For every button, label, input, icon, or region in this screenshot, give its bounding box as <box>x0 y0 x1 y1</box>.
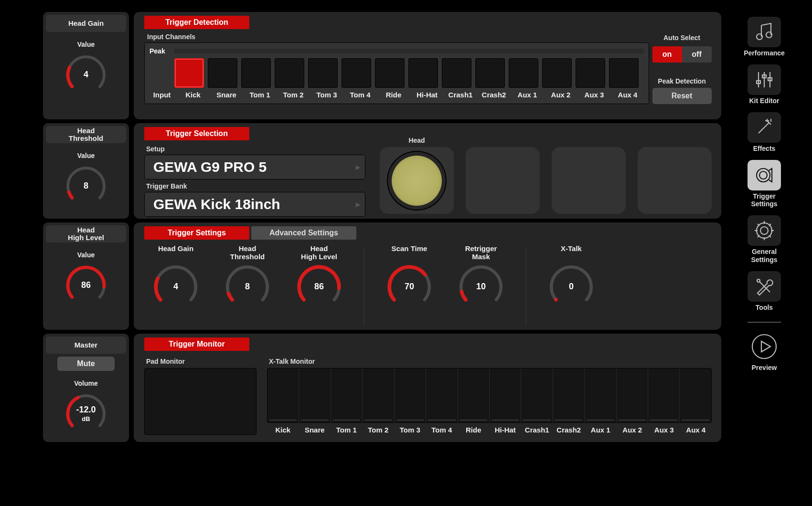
channel-label: Crash1 <box>446 91 475 99</box>
knob-label: Head High Level <box>301 244 337 261</box>
nav-preview[interactable]: Preview <box>731 331 798 371</box>
channel-cell[interactable] <box>241 58 271 88</box>
channel-label: Tom 3 <box>312 91 342 99</box>
xtalk-monitor <box>267 368 712 423</box>
xtalk-channel-label: Aux 4 <box>680 426 712 434</box>
channel-cell[interactable] <box>609 58 639 88</box>
channel-cell[interactable] <box>475 58 505 88</box>
sliders-icon <box>748 64 781 95</box>
drumhead-icon <box>392 156 442 206</box>
knob-label: Retrigger Mask <box>465 244 497 261</box>
xtalk-monitor-labels: KickSnareTom 1Tom 2Tom 3Tom 4RideHi-HatC… <box>267 426 712 434</box>
drum-trigger-icon <box>748 160 781 190</box>
channel-cell[interactable] <box>442 58 471 88</box>
channel-cell[interactable] <box>576 58 605 88</box>
mute-button[interactable]: Mute <box>57 357 115 371</box>
xtalk-channel-label: Tom 2 <box>363 426 395 434</box>
xtalk-channel-label: Crash2 <box>553 426 585 434</box>
knob-head-threshold[interactable]: 8 <box>46 162 126 210</box>
channel-label: Hi-Hat <box>412 91 442 99</box>
setup-label: Setup <box>146 145 365 153</box>
channel-cell[interactable] <box>275 58 304 88</box>
setup-select[interactable]: GEWA G9 PRO 5 ▸ <box>144 155 365 179</box>
auto-select-off[interactable]: off <box>682 46 712 63</box>
xtalk-cell <box>331 369 363 422</box>
xtalk-cell <box>363 369 394 422</box>
pad-head-label: Head <box>408 137 425 144</box>
channel-label: Snare <box>212 91 241 99</box>
channel-cell[interactable] <box>342 58 371 88</box>
peak-meter <box>174 49 644 53</box>
channel-cell[interactable] <box>375 58 405 88</box>
knob-head-gain[interactable]: 4 <box>150 261 202 313</box>
xtalk-channel-label: Crash1 <box>521 426 553 434</box>
pad-slot-empty[interactable] <box>638 147 712 214</box>
pad-slot-empty[interactable] <box>466 147 540 214</box>
xtalk-channel-label: Aux 1 <box>585 426 617 434</box>
channel-label-row: InputKickSnareTom 1Tom 2Tom 3Tom 4RideHi… <box>150 91 644 99</box>
pad-slot-empty[interactable] <box>552 147 626 214</box>
auto-select-label: Auto Select <box>663 34 700 42</box>
knob-head-gain[interactable]: 4 <box>46 51 126 99</box>
knob-label: X-Talk <box>561 244 582 261</box>
channel-cell[interactable] <box>174 58 204 88</box>
panel-title: Head High Level <box>46 225 126 242</box>
svg-point-27 <box>752 335 776 358</box>
nav-effects[interactable]: Effects <box>731 112 798 152</box>
knob-scan-time[interactable]: 70 <box>383 261 436 313</box>
knob-master-volume[interactable]: -12.0dB <box>46 390 126 438</box>
section-tab: Trigger Monitor <box>144 337 249 351</box>
tab-trigger-settings[interactable]: Trigger Settings <box>144 226 249 240</box>
knob-label: Head Threshold <box>230 244 265 261</box>
channel-cell[interactable] <box>208 58 237 88</box>
panel-trigger-monitor: Trigger Monitor Pad Monitor X-Talk Monit… <box>134 334 721 442</box>
channel-cell[interactable] <box>408 58 438 88</box>
channel-cell[interactable] <box>509 58 538 88</box>
auto-select-toggle[interactable]: on off <box>652 46 712 63</box>
svg-marker-28 <box>761 341 770 352</box>
reset-button[interactable]: Reset <box>652 88 712 104</box>
value-label: Value <box>46 41 126 48</box>
channel-label: Aux 2 <box>546 91 576 99</box>
nav-kit-editor[interactable]: Kit Editor <box>731 64 798 105</box>
play-icon <box>748 331 781 362</box>
channel-cell-row <box>174 58 644 88</box>
value-label: Value <box>46 152 126 159</box>
knob-head-high-level[interactable]: 86 <box>293 261 345 313</box>
chevron-right-icon: ▸ <box>356 199 360 210</box>
divider <box>748 322 781 323</box>
section-tab: Trigger Detection <box>144 16 249 29</box>
xtalk-channel-label: Kick <box>267 426 299 434</box>
xtalk-cell <box>490 369 521 422</box>
value-label: Volume <box>46 380 126 387</box>
trigger-bank-value: GEWA Kick 18inch <box>153 196 280 212</box>
nav-performance[interactable]: Performance <box>731 17 798 57</box>
trigger-bank-label: Trigger Bank <box>146 182 365 190</box>
xtalk-cell <box>680 369 711 422</box>
nav-trigger-settings[interactable]: Trigger Settings <box>731 160 798 208</box>
xtalk-cell <box>426 369 458 422</box>
knob-head-threshold[interactable]: 8 <box>221 261 274 313</box>
channel-cell[interactable] <box>542 58 572 88</box>
xtalk-channel-label: Ride <box>458 426 490 434</box>
nav-tools[interactable]: Tools <box>731 271 798 311</box>
xtalk-cell <box>585 369 616 422</box>
divider <box>526 247 526 326</box>
nav-general-settings[interactable]: General Settings <box>731 215 798 263</box>
pad-head-slot[interactable]: Head <box>380 137 454 214</box>
svg-point-15 <box>760 227 768 234</box>
trigger-bank-select[interactable]: GEWA Kick 18inch ▸ <box>144 192 365 217</box>
xtalk-cell <box>395 369 426 422</box>
knob-retrigger-mask[interactable]: 10 <box>455 261 507 313</box>
knob-xtalk[interactable]: 0 <box>545 261 598 313</box>
divider <box>364 247 364 326</box>
tab-advanced-settings[interactable]: Advanced Settings <box>251 226 356 240</box>
center-column: Trigger Detection Input Channels Peak In… <box>134 12 721 470</box>
channel-label: Tom 4 <box>345 91 375 99</box>
music-note-icon <box>748 17 781 47</box>
xtalk-channel-label: Snare <box>299 426 331 434</box>
auto-select-on[interactable]: on <box>652 46 682 63</box>
knob-head-high-level[interactable]: 86 <box>46 262 126 309</box>
channel-label: Aux 3 <box>579 91 609 99</box>
channel-cell[interactable] <box>308 58 338 88</box>
